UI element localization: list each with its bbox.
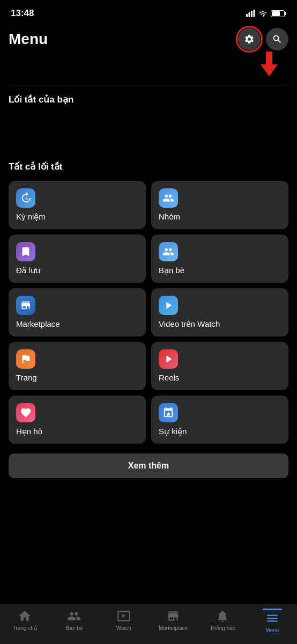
memories-label: Kỳ niệm (16, 212, 138, 222)
nav-item-marketplace[interactable]: Marketplace (148, 609, 198, 631)
nav-icon-home (17, 609, 32, 624)
groups-icon (159, 188, 178, 208)
status-icons (246, 10, 286, 17)
reels-icon (159, 349, 178, 369)
nav-item-home[interactable]: Trang chủ (0, 609, 49, 631)
shortcut-groups[interactable]: Nhóm (151, 181, 288, 229)
search-icon (272, 34, 283, 45)
events-label: Sự kiện (159, 427, 281, 436)
shortcut-memories[interactable]: Kỳ niệm (9, 181, 146, 229)
shortcuts-empty-area (0, 109, 297, 152)
signal-icon (246, 10, 255, 17)
battery-icon (271, 10, 286, 17)
shortcut-reels[interactable]: Reels (151, 342, 288, 390)
shortcut-saved[interactable]: Đã lưu (9, 235, 146, 283)
reels-label: Reels (159, 373, 281, 382)
watch-label: Video trên Watch (159, 319, 281, 328)
dating-label: Hẹn hò (16, 427, 138, 436)
nav-icon-friends (66, 609, 81, 624)
status-bar: 13:48 (0, 0, 297, 24)
svg-rect-2 (251, 11, 253, 17)
nav-item-friends[interactable]: Bạn bè (49, 609, 99, 631)
shortcuts-grid: Kỳ niệm Nhóm Đã lưu Bạn bè (0, 177, 297, 448)
nav-item-watch[interactable]: Watch (99, 609, 148, 631)
arrow-annotation (0, 52, 297, 76)
shortcut-dating[interactable]: Hẹn hò (9, 396, 146, 444)
marketplace-icon (16, 296, 35, 315)
all-shortcuts-label: Tất cả lối tắt (0, 152, 297, 177)
gear-icon (244, 34, 255, 45)
gear-button[interactable] (238, 28, 261, 50)
wifi-icon (258, 10, 268, 17)
nav-icon-notifications (215, 609, 230, 624)
active-indicator (263, 609, 282, 610)
nav-icon-menu (265, 611, 280, 626)
pages-label: Trang (16, 373, 138, 382)
nav-label-notifications: Thông báo (210, 625, 236, 631)
bottom-nav: Trang chủ Bạn bè Watch Marketplace (0, 604, 297, 644)
friends-icon (159, 242, 178, 261)
page-title: Menu (9, 31, 48, 48)
nav-item-menu[interactable]: Menu (248, 609, 297, 633)
nav-label-menu: Menu (265, 627, 279, 633)
dating-icon (16, 403, 35, 422)
shortcut-events[interactable]: Sự kiện (151, 396, 288, 444)
nav-icon-watch (116, 609, 131, 624)
svg-rect-1 (249, 12, 250, 17)
shortcut-watch[interactable]: Video trên Watch (151, 288, 288, 336)
nav-icon-marketplace (166, 609, 181, 624)
shortcut-pages[interactable]: Trang (9, 342, 146, 390)
search-button[interactable] (266, 28, 288, 50)
saved-icon (16, 242, 35, 261)
events-icon (159, 403, 178, 422)
svg-rect-0 (246, 14, 248, 17)
header-icons (238, 28, 288, 50)
groups-label: Nhóm (159, 212, 281, 221)
pages-icon (16, 349, 35, 369)
shortcuts-section-label: Lối tắt của bạn (0, 85, 297, 109)
friends-label: Bạn bè (159, 266, 281, 275)
nav-label-marketplace: Marketplace (159, 625, 188, 631)
memories-icon (16, 188, 35, 208)
see-more-button[interactable]: Xem thêm (9, 453, 288, 478)
nav-label-home: Trang chủ (13, 625, 37, 631)
nav-label-friends: Bạn bè (65, 625, 83, 631)
shortcut-friends[interactable]: Bạn bè (151, 235, 288, 283)
shortcut-marketplace[interactable]: Marketplace (9, 288, 146, 336)
marketplace-label: Marketplace (16, 319, 138, 328)
saved-label: Đã lưu (16, 266, 138, 275)
svg-rect-3 (254, 10, 255, 17)
watch-icon (159, 296, 178, 315)
nav-label-watch: Watch (116, 625, 131, 631)
nav-item-notifications[interactable]: Thông báo (198, 609, 247, 631)
status-time: 13:48 (11, 8, 34, 19)
